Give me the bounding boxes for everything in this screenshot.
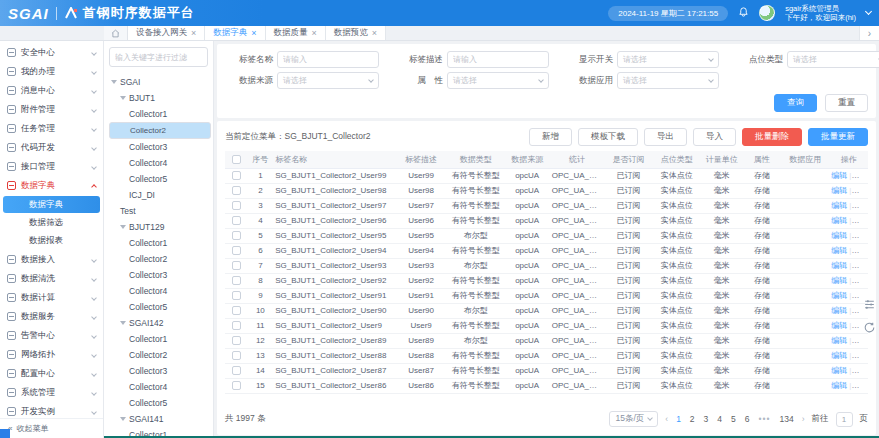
tree-node[interactable]: Collector4: [109, 283, 208, 299]
close-icon[interactable]: ×: [372, 29, 377, 38]
sidebar-item-api-mgmt[interactable]: 接口管理: [0, 157, 103, 176]
import-button[interactable]: 导入: [693, 128, 736, 146]
close-icon[interactable]: ×: [312, 29, 317, 38]
page-number[interactable]: 2: [689, 414, 696, 424]
row-checkbox[interactable]: [232, 291, 241, 300]
edit-link[interactable]: 编辑: [831, 351, 847, 360]
edit-link[interactable]: 编辑: [831, 246, 847, 255]
page-number[interactable]: 3: [703, 414, 710, 424]
tree-node[interactable]: Collector4: [109, 379, 208, 395]
edit-link[interactable]: 编辑: [831, 291, 847, 300]
tree-node[interactable]: Collector5: [109, 299, 208, 315]
sidebar-item-data-dictionary[interactable]: 数据字典: [0, 176, 103, 195]
sidebar-item-config-center[interactable]: 配置中心: [0, 364, 103, 383]
row-checkbox[interactable]: [232, 246, 241, 255]
attribute-select[interactable]: 请选择: [447, 72, 549, 89]
collapse-menu-button[interactable]: «收起菜单: [0, 418, 103, 438]
tree-caret-icon[interactable]: [120, 417, 126, 421]
sidebar-item-my-todo[interactable]: 我的办理: [0, 62, 103, 81]
tree-node[interactable]: Collector5: [109, 395, 208, 411]
tag-name-input[interactable]: [277, 51, 379, 68]
row-checkbox[interactable]: [232, 366, 241, 375]
batch-delete-button[interactable]: 批量删除: [742, 128, 802, 146]
row-checkbox[interactable]: [232, 261, 241, 270]
sidebar-subitem-data-dictionary-sub[interactable]: 数据字典: [3, 196, 100, 213]
template-download-button[interactable]: 模板下载: [578, 128, 638, 146]
tree-caret-icon[interactable]: [120, 225, 126, 229]
page-number[interactable]: 4: [716, 414, 723, 424]
tree-node[interactable]: Collector2: [109, 347, 208, 363]
tab-item[interactable]: 数据质量×: [266, 26, 326, 40]
sidebar-item-security-center[interactable]: 安全中心: [0, 43, 103, 62]
sidebar-item-network-topology[interactable]: 网络拓扑: [0, 345, 103, 364]
page-number[interactable]: 1: [675, 414, 682, 424]
tree-node[interactable]: SGAI142: [109, 315, 208, 331]
tree-caret-icon[interactable]: [120, 321, 126, 325]
edit-link[interactable]: 编辑: [831, 276, 847, 285]
tree-node[interactable]: BJUT1: [109, 90, 208, 106]
tree-node[interactable]: Collector2: [109, 122, 211, 139]
export-button[interactable]: 导出: [644, 128, 687, 146]
close-icon[interactable]: ×: [191, 29, 196, 38]
tree-caret-icon[interactable]: [111, 80, 117, 84]
row-checkbox[interactable]: [232, 276, 241, 285]
goto-page-input[interactable]: [836, 412, 853, 427]
tab-item[interactable]: 数据预览×: [326, 26, 386, 40]
tree-filter-input[interactable]: [109, 47, 208, 67]
sidebar-item-data-service[interactable]: 数据服务: [0, 307, 103, 326]
sidebar-item-code-dev[interactable]: 代码开发: [0, 138, 103, 157]
chevron-down-icon[interactable]: [865, 8, 872, 15]
tree-node[interactable]: SGAI141: [109, 411, 208, 427]
tree-node[interactable]: Collector2: [109, 251, 208, 267]
page-number[interactable]: 134: [778, 414, 794, 424]
point-type-select[interactable]: 请选择: [787, 51, 879, 68]
row-checkbox[interactable]: [232, 231, 241, 240]
home-tab[interactable]: [104, 26, 128, 40]
page-number[interactable]: 5: [730, 414, 737, 424]
row-checkbox[interactable]: [232, 216, 241, 225]
tree-node[interactable]: ICJ_DI: [109, 187, 208, 203]
tree-node[interactable]: Collector3: [109, 267, 208, 283]
close-icon[interactable]: ×: [251, 29, 256, 38]
tree-node[interactable]: Collector3: [109, 363, 208, 379]
edit-link[interactable]: 编辑: [831, 306, 847, 315]
sidebar-item-data-access[interactable]: 数据接入: [0, 250, 103, 269]
edit-link[interactable]: 编辑: [831, 201, 847, 210]
row-checkbox[interactable]: [232, 171, 241, 180]
edit-link[interactable]: 编辑: [831, 381, 847, 390]
tree-node[interactable]: Collector1: [109, 106, 208, 122]
edit-link[interactable]: 编辑: [831, 171, 847, 180]
tab-item[interactable]: 设备接入网关×: [128, 26, 205, 40]
edit-link[interactable]: 编辑: [831, 186, 847, 195]
prev-page-button[interactable]: ‹: [665, 414, 668, 424]
sidebar-subitem-data-filter[interactable]: 数据筛选: [3, 214, 100, 231]
add-button[interactable]: 新增: [529, 128, 572, 146]
edit-link[interactable]: 编辑: [831, 216, 847, 225]
row-checkbox[interactable]: [232, 321, 241, 330]
tree-node[interactable]: Collector5: [109, 171, 208, 187]
row-checkbox[interactable]: [232, 381, 241, 390]
tab-item[interactable]: 数据字典×: [205, 26, 265, 40]
sidebar-item-system-mgmt[interactable]: 系统管理: [0, 383, 103, 402]
page-size-select[interactable]: 15条/页: [609, 411, 658, 427]
user-info[interactable]: sgair系统管理员 下午好，欢迎回来(hi): [785, 4, 856, 22]
edit-link[interactable]: 编辑: [831, 336, 847, 345]
tab-overflow-chevron-icon[interactable]: ›: [859, 26, 879, 40]
edit-link[interactable]: 编辑: [831, 321, 847, 330]
column-settings-icon[interactable]: [863, 298, 876, 313]
sidebar-item-alarm-center[interactable]: 告警中心: [0, 326, 103, 345]
edit-link[interactable]: 编辑: [831, 261, 847, 270]
sidebar-item-message-center[interactable]: 消息中心: [0, 81, 103, 100]
sidebar-item-data-clean[interactable]: 数据清洗: [0, 269, 103, 288]
select-all-checkbox[interactable]: [232, 155, 241, 164]
tree-node[interactable]: Test: [109, 203, 208, 219]
row-checkbox[interactable]: [232, 201, 241, 210]
tree-node[interactable]: Collector4: [109, 155, 208, 171]
reset-button[interactable]: 重置: [825, 94, 868, 112]
search-button[interactable]: 查询: [774, 94, 817, 112]
refresh-icon[interactable]: [863, 321, 876, 336]
data-app-select[interactable]: 请选择: [617, 72, 719, 89]
tree-caret-icon[interactable]: [120, 96, 126, 100]
tag-desc-input[interactable]: [447, 51, 549, 68]
tree-node[interactable]: SGAI: [109, 74, 208, 90]
